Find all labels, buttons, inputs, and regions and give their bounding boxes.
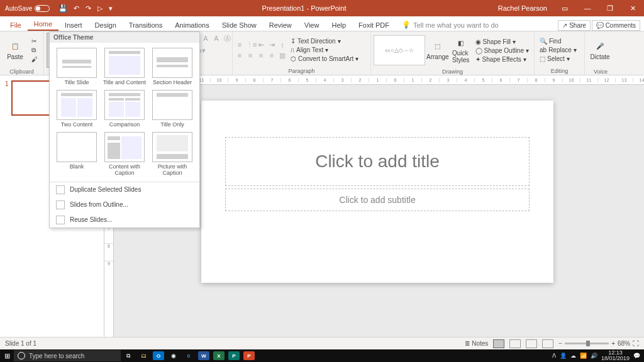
sorter-view-icon[interactable] [509,339,521,348]
dictate-button[interactable]: 🎤Dictate [587,33,613,68]
slides-from-outline-cmd[interactable]: Slides from Outline... [50,197,199,212]
replace-button[interactable]: ab Replace ▾ [537,46,579,54]
explorer-icon[interactable]: 🗂 [136,350,151,361]
numbering-icon[interactable]: ⋮≡ [246,41,255,49]
tab-view[interactable]: View [298,19,326,31]
tab-slideshow[interactable]: Slide Show [216,19,263,31]
align-text-button[interactable]: ⎍ Align Text ▾ [288,46,361,54]
undo-icon[interactable]: ↶ [74,4,79,13]
minimize-icon[interactable]: — [576,4,599,13]
layout-content-caption[interactable]: Content with Caption [103,132,147,177]
shape-outline-button[interactable]: ◯ Shape Outline ▾ [473,47,531,55]
cut-button[interactable]: ✂ [29,37,40,45]
subtitle-placeholder[interactable]: Click to add subtitle [225,189,530,211]
tab-transitions[interactable]: Transitions [123,19,169,31]
bullets-icon[interactable]: ≡ [235,41,244,48]
columns-icon[interactable]: ▥ [278,52,287,60]
tell-me-search[interactable]: 💡Tell me what you want to do [396,18,558,31]
taskbar-search[interactable]: Type here to search [14,350,121,361]
text-direction-button[interactable]: ↧ Text Direction ▾ [288,37,361,45]
align-center-icon[interactable]: ≡ [246,52,255,59]
smartart-button[interactable]: ⬡ Convert to SmartArt ▾ [288,55,361,63]
increase-font-icon[interactable]: A [201,35,210,42]
duplicate-slides-cmd[interactable]: Duplicate Selected Slides [50,182,199,197]
save-icon[interactable]: 💾 [58,4,67,13]
zoom-out-icon[interactable]: − [558,340,562,347]
tab-file[interactable]: File [4,19,28,31]
task-view-icon[interactable]: ⧉ [121,350,136,361]
tab-insert[interactable]: Insert [58,19,89,31]
clear-format-icon[interactable]: Ⓐ [223,34,231,43]
word-icon[interactable]: W [196,350,211,361]
slide[interactable]: Click to add title Click to add subtitle [201,101,553,283]
ribbon-options-icon[interactable]: ▭ [553,4,576,13]
slideshow-view-icon[interactable] [542,339,553,348]
format-painter-button[interactable]: 🖌 [29,55,40,63]
publisher-icon[interactable]: P [226,350,242,361]
layout-title-slide[interactable]: Title Slide [55,48,99,86]
qat-more-icon[interactable]: ▾ [109,4,113,13]
start-slideshow-icon[interactable]: ▷ [97,4,103,13]
maximize-icon[interactable]: ❐ [599,4,621,13]
justify-icon[interactable]: ≡ [267,52,276,59]
shapes-gallery[interactable]: ▭○△◇→☆ [374,35,425,65]
tab-review[interactable]: Review [263,19,298,31]
tab-help[interactable]: Help [325,19,352,31]
zoom-value[interactable]: 68% [618,340,630,347]
indent-less-icon[interactable]: ⇤ [257,41,265,49]
copy-button[interactable]: ⧉ [29,46,40,55]
reading-view-icon[interactable] [526,339,537,348]
edge-icon[interactable]: e [181,350,196,361]
fit-window-icon[interactable]: ⛶ [633,340,639,347]
shape-effects-button[interactable]: ✦ Shape Effects ▾ [473,55,531,63]
indent-more-icon[interactable]: ⇥ [267,41,276,49]
decrease-font-icon[interactable]: A [212,35,221,42]
zoom-control[interactable]: −+68%⛶ [558,340,639,347]
autosave-toggle[interactable]: AutoSave [0,5,55,12]
notes-button[interactable]: ≣ Notes [465,340,488,347]
wifi-icon[interactable]: 📶 [580,353,587,359]
layout-two-content[interactable]: Two Content [55,90,99,128]
quick-styles-button[interactable]: ◧Quick Styles [450,33,472,68]
user-name[interactable]: Rachel Pearson [492,4,553,12]
layout-section-header[interactable]: Section Header [150,48,194,86]
redo-icon[interactable]: ↷ [86,4,91,13]
title-placeholder[interactable]: Click to add title [225,137,530,186]
normal-view-icon[interactable] [493,339,504,348]
paste-button[interactable]: 📋Paste [3,33,28,68]
outlook-icon[interactable]: O [151,350,166,361]
align-right-icon[interactable]: ≡ [257,52,265,59]
zoom-slider[interactable] [565,343,609,344]
excel-icon[interactable]: X [211,350,226,361]
layout-picture-caption[interactable]: Picture with Caption [150,132,194,177]
volume-icon[interactable]: 🔊 [591,353,597,359]
align-left-icon[interactable]: ≡ [235,52,244,59]
line-spacing-icon[interactable]: ↕ [278,41,287,48]
arrange-button[interactable]: ⬚Arrange [426,33,449,68]
find-button[interactable]: 🔍 Find [537,37,579,45]
tab-home[interactable]: Home [28,18,58,31]
layout-title-only[interactable]: Title Only [150,90,194,128]
chrome-icon[interactable]: ◉ [166,350,181,361]
tab-design[interactable]: Design [89,19,123,31]
tab-foxit[interactable]: Foxit PDF [352,19,396,31]
zoom-in-icon[interactable]: + [611,340,615,347]
cloud-icon[interactable]: ☁ [570,353,576,359]
system-tray[interactable]: ᐱ 👤 ☁ 📶 🔊 12:13 18/01/2019 💬 [548,350,644,361]
close-icon[interactable]: ✕ [621,4,644,13]
layout-blank[interactable]: Blank [55,132,99,177]
title-bar: AutoSave 💾 ↶ ↷ ▷ ▾ Presentation1 - Power… [0,0,644,16]
share-button[interactable]: ↗ Share [558,20,590,31]
people-icon[interactable]: 👤 [560,353,567,359]
shape-fill-button[interactable]: ◉ Shape Fill ▾ [473,38,531,46]
start-button[interactable]: ⊞ [0,352,14,360]
reuse-slides-cmd[interactable]: Reuse Slides... [50,212,199,228]
notifications-icon[interactable]: 💬 [633,353,640,359]
layout-title-content[interactable]: Title and Content [103,48,147,86]
comments-button[interactable]: 💬 Comments [592,20,640,31]
select-button[interactable]: ⬚ Select ▾ [537,55,579,63]
tray-chevron-icon[interactable]: ᐱ [552,353,556,359]
powerpoint-icon[interactable]: P [242,350,257,361]
layout-comparison[interactable]: Comparison [103,90,147,128]
tab-animations[interactable]: Animations [169,19,215,31]
